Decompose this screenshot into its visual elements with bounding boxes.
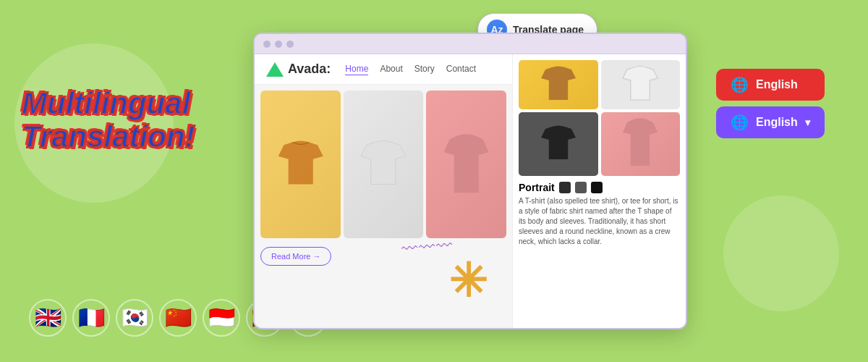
- rt-white-svg: [618, 63, 662, 106]
- language-bottom-button[interactable]: 🌐 English ▾: [716, 106, 825, 138]
- swatch-dark2[interactable]: [575, 182, 587, 193]
- read-more-label: Read More →: [271, 252, 320, 261]
- nav-about[interactable]: About: [380, 64, 402, 75]
- read-more-button[interactable]: Read More →: [260, 247, 331, 266]
- browser-dot-3: [286, 41, 294, 48]
- rt-orange: [519, 60, 598, 109]
- tshirt-svg-pink: [438, 113, 494, 216]
- nav-story[interactable]: Story: [414, 64, 435, 75]
- browser-dot-2: [275, 41, 282, 48]
- language-top-label: English: [756, 78, 798, 91]
- tshirt-card-orange: [260, 90, 341, 238]
- browser-titlebar: [255, 34, 686, 54]
- site-logo: Avada:: [266, 62, 331, 77]
- site-right-panel: Portrait A T-shirt (also spelled tee shi…: [512, 54, 686, 328]
- rt-pink: [601, 112, 681, 176]
- right-tshirts: [519, 60, 680, 176]
- language-bottom-label: English: [756, 116, 798, 129]
- logo-icon: [266, 62, 284, 77]
- browser-dot-1: [263, 41, 271, 48]
- flag-korea[interactable]: 🇰🇷: [116, 299, 153, 337]
- portrait-section: Portrait: [519, 182, 680, 193]
- tshirt-svg-orange: [273, 113, 328, 216]
- tshirt-svg-white: [355, 113, 411, 216]
- asterisk-decoration: ✳: [448, 258, 488, 304]
- rt-black: [519, 112, 598, 176]
- logo-text: Avada:: [288, 62, 331, 77]
- language-panel: 🌐 English 🌐 English ▾: [716, 69, 825, 138]
- language-top-button[interactable]: 🌐 English: [716, 69, 825, 101]
- globe-icon-top: 🌐: [731, 76, 749, 93]
- rt-pink-svg: [618, 115, 662, 173]
- swatch-dark3[interactable]: [591, 182, 603, 193]
- nav-links: Home About Story Contact: [345, 64, 476, 75]
- rt-orange-svg: [537, 63, 580, 106]
- bg-circle-right: [723, 195, 839, 311]
- title-line1: Multilingual: [22, 87, 246, 120]
- flag-uk[interactable]: 🇬🇧: [29, 299, 67, 337]
- chevron-down-icon: ▾: [805, 117, 810, 128]
- title-line2: Translation!: [22, 120, 246, 153]
- flag-france[interactable]: 🇫🇷: [72, 299, 110, 337]
- flag-indonesia[interactable]: 🇮🇩: [203, 299, 240, 337]
- nav-home[interactable]: Home: [345, 64, 368, 75]
- portrait-label-text: Portrait: [519, 182, 555, 193]
- nav-contact[interactable]: Contact: [446, 64, 476, 75]
- flag-china[interactable]: 🇨🇳: [159, 299, 197, 337]
- site-nav: Avada: Home About Story Contact: [255, 54, 512, 85]
- multilingual-title: Multilingual Translation!: [22, 87, 246, 153]
- swatch-dark1[interactable]: [559, 182, 571, 193]
- left-section: Multilingual Translation!: [22, 87, 246, 153]
- rt-black-svg: [537, 122, 580, 166]
- tshirt-card-pink: [426, 90, 506, 238]
- globe-icon-bottom: 🌐: [731, 114, 749, 131]
- tshirt-card-white: [344, 90, 424, 238]
- portrait-description: A T-shirt (also spelled tee shirt), or t…: [519, 196, 680, 247]
- tshirt-grid: [255, 85, 512, 244]
- rt-white: [601, 60, 681, 109]
